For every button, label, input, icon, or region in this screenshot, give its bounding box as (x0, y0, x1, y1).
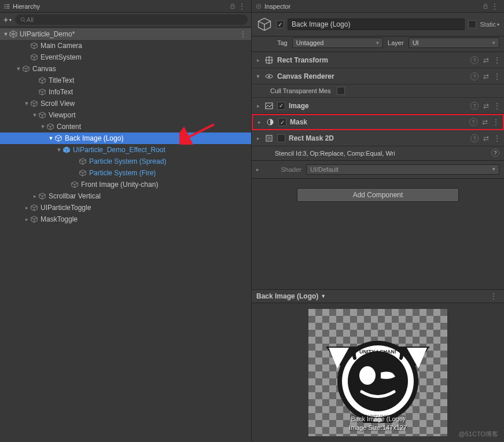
help-icon[interactable]: ? (470, 102, 479, 110)
foldout-icon[interactable]: ▼ (47, 135, 54, 141)
svg-text:UNITY★CHAN!: UNITY★CHAN! (359, 349, 396, 355)
foldout-icon[interactable]: ▸ (23, 205, 30, 211)
scene-menu-icon[interactable]: ⋮ (240, 30, 251, 38)
tree-item-info-text[interactable]: InfoText (0, 86, 251, 98)
cull-checkbox[interactable] (337, 87, 345, 95)
tree-item-event-system[interactable]: EventSystem (0, 51, 251, 63)
layer-dropdown[interactable]: UI▾ (409, 38, 499, 48)
lock-icon[interactable] (229, 3, 236, 10)
preset-icon[interactable]: ⇄ (483, 102, 489, 110)
search-input[interactable] (27, 16, 243, 23)
preset-icon[interactable]: ⇄ (483, 56, 489, 64)
preview-caption: Back Image (Logo) Image Size:147x127 (308, 415, 447, 432)
rect-mask-enabled-checkbox[interactable] (277, 134, 285, 142)
tree-item-scroll-view[interactable]: ▼ Scroll View (0, 98, 251, 109)
scene-row[interactable]: ▼ UIParticle_Demo* ⋮ (0, 28, 251, 40)
tree-item-scrollbar[interactable]: ▸ Scrollbar Vertical (0, 190, 251, 202)
foldout-icon[interactable]: ▼ (15, 66, 22, 72)
lock-icon[interactable] (482, 3, 489, 10)
tag-dropdown[interactable]: Untagged▾ (292, 38, 383, 48)
image-enabled-checkbox[interactable]: ✓ (277, 102, 285, 110)
component-menu-icon[interactable]: ⋮ (494, 56, 501, 64)
gameobject-icon (38, 111, 46, 119)
preset-icon[interactable]: ⇄ (482, 118, 488, 126)
component-mask[interactable]: ▸ ✓ Mask ?⇄⋮ (252, 114, 504, 130)
material-header[interactable]: Stencil Id:3, Op:Replace, Comp:Equal, Wr… (252, 146, 504, 161)
prefab-icon (62, 146, 71, 154)
tree-item-uiparticle-toggle[interactable]: ▸ UIParticleToggle (0, 202, 251, 213)
gameobject-icon (46, 123, 54, 131)
foldout-icon[interactable]: ▼ (31, 112, 38, 118)
gameobject-icon (79, 169, 87, 177)
foldout-icon[interactable]: ▼ (39, 124, 46, 130)
svg-line-8 (24, 20, 25, 22)
component-menu-icon[interactable]: ⋮ (494, 72, 501, 80)
tree-item-mask-toggle[interactable]: ▸ MaskToggle (0, 213, 251, 225)
foldout-icon[interactable]: ▸ (255, 135, 261, 141)
foldout-icon[interactable]: ▼ (255, 73, 261, 79)
inspector-menu-icon[interactable]: ⋮ (489, 2, 501, 10)
preview-menu-icon[interactable]: ⋮ (488, 292, 499, 300)
gameobject-icon (30, 42, 38, 50)
shader-dropdown[interactable]: UI/Default▾ (306, 164, 499, 175)
tree-item-content[interactable]: ▼ Content (0, 121, 251, 132)
svg-rect-0 (5, 4, 6, 5)
foldout-icon[interactable]: ▼ (23, 101, 30, 106)
tree-item-back-image[interactable]: ▼ Back Image (Logo) (0, 132, 251, 144)
shader-row: ▸ Shader UI/Default▾ (252, 161, 504, 179)
tag-layer-row: Tag Untagged▾ Layer UI▾ (252, 36, 504, 52)
tree-item-title-text[interactable]: TitleText (0, 75, 251, 86)
foldout-icon[interactable]: ▸ (255, 103, 261, 109)
svg-rect-6 (231, 6, 234, 9)
tree-label: Canvas (32, 65, 56, 73)
preset-icon[interactable]: ⇄ (483, 134, 489, 142)
search-box[interactable] (15, 14, 248, 25)
rect-mask-icon (264, 134, 274, 143)
foldout-icon[interactable]: ▸ (256, 167, 262, 172)
foldout-icon[interactable]: ▸ (23, 216, 30, 222)
foldout-icon[interactable]: ▸ (31, 193, 38, 199)
component-image[interactable]: ▸ ✓ Image ?⇄⋮ (252, 98, 504, 114)
svg-rect-4 (5, 8, 6, 9)
tree-item-ps-fire[interactable]: Particle System (Fire) (0, 167, 251, 179)
preset-icon[interactable]: ⇄ (483, 72, 489, 80)
component-rect-mask-2d[interactable]: ▸ Rect Mask 2D ?⇄⋮ (252, 130, 504, 146)
component-menu-icon[interactable]: ⋮ (494, 102, 501, 110)
add-component-button[interactable]: Add Component (297, 188, 459, 202)
help-icon[interactable]: ? (491, 149, 499, 157)
tree-item-viewport[interactable]: ▼ Viewport (0, 109, 251, 121)
hierarchy-menu-icon[interactable]: ⋮ (236, 2, 248, 10)
help-icon[interactable]: ? (470, 134, 479, 142)
tree-label: UIParticleToggle (41, 204, 91, 212)
foldout-icon[interactable]: ▼ (2, 31, 9, 37)
hierarchy-toolbar: +▾ (0, 13, 251, 27)
inspector-title-text: Inspector (264, 3, 290, 10)
foldout-icon[interactable]: ▼ (56, 147, 62, 153)
component-menu-icon[interactable]: ⋮ (494, 134, 501, 142)
preview-header[interactable]: Back Image (Logo) ▼ ⋮ (252, 289, 504, 303)
tree-item-front-image[interactable]: Front Image (Unity-chan) (0, 179, 251, 190)
tree-item-canvas[interactable]: ▼ Canvas (0, 63, 251, 75)
svg-rect-57 (266, 103, 273, 109)
gameobject-icon (30, 215, 38, 223)
tree-item-ps-spread[interactable]: Particle System (Spread) (0, 156, 251, 167)
help-icon[interactable]: ? (469, 118, 477, 126)
gameobject-icon (30, 100, 38, 108)
unity-logo-icon (9, 30, 17, 38)
foldout-icon[interactable]: ▸ (255, 57, 261, 63)
mask-enabled-checkbox[interactable]: ✓ (278, 118, 286, 126)
watermark: @51CTO博客 (459, 430, 498, 439)
foldout-icon[interactable]: ▸ (256, 119, 262, 125)
create-button[interactable]: +▾ (3, 15, 12, 24)
object-name-field[interactable]: Back Image (Logo) (288, 19, 465, 30)
help-icon[interactable]: ? (470, 72, 479, 80)
tree-item-main-camera[interactable]: Main Camera (0, 40, 251, 51)
component-menu-icon[interactable]: ⋮ (492, 118, 499, 126)
active-checkbox[interactable]: ✓ (276, 20, 284, 28)
tree-item-effect-root[interactable]: ▼ UIParticle_Demo_Effect_Root (0, 144, 251, 156)
static-checkbox[interactable] (468, 20, 476, 28)
help-icon[interactable]: ? (470, 56, 479, 64)
tree-label: Particle System (Fire) (89, 169, 156, 177)
component-rect-transform[interactable]: ▸ Rect Transform ?⇄⋮ (252, 52, 504, 68)
component-canvas-renderer[interactable]: ▼ Canvas Renderer ?⇄⋮ (252, 68, 504, 84)
